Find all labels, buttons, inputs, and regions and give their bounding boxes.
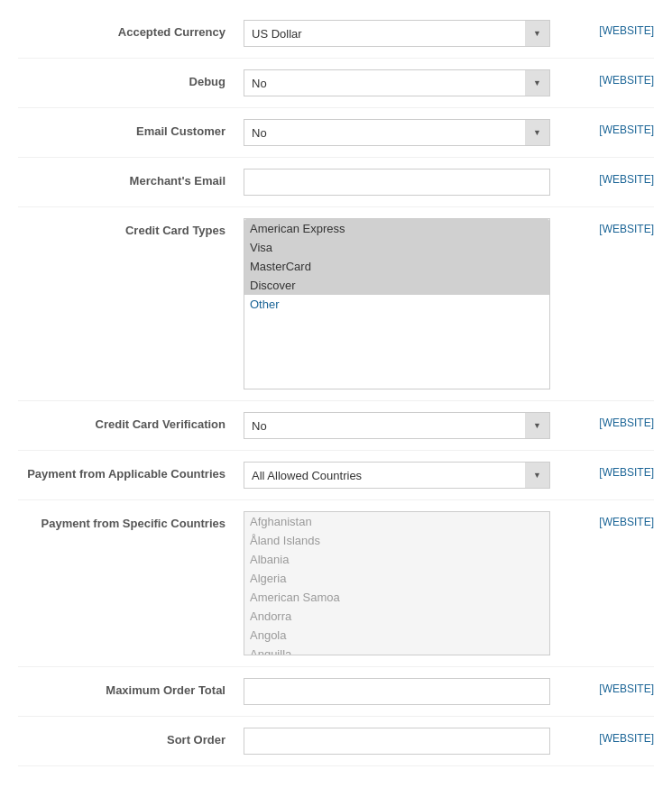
credit-card-types-control-wrap: American Express Visa MasterCard Discove… (244, 218, 654, 389)
merchants-email-control-wrap: [WEBSITE] (244, 169, 654, 196)
payment-applicable-countries-select-wrapper: All Allowed Countries Specific Countries (244, 462, 550, 489)
credit-card-types-website-link[interactable]: [WEBSITE] (599, 218, 654, 235)
payment-specific-countries-website-link[interactable]: [WEBSITE] (599, 511, 654, 528)
maximum-order-total-row: Maximum Order Total [WEBSITE] (18, 667, 654, 717)
debug-control: No Yes (244, 69, 588, 96)
accepted-currency-control: US Dollar Euro British Pound Canadian Do… (244, 20, 588, 47)
credit-card-verification-select[interactable]: No Yes (244, 412, 550, 439)
email-customer-label: Email Customer (18, 119, 244, 138)
payment-specific-countries-select[interactable]: Afghanistan Åland Islands Albania Algeri… (244, 512, 549, 655)
debug-select[interactable]: No Yes (244, 69, 550, 96)
accepted-currency-control-wrap: US Dollar Euro British Pound Canadian Do… (244, 20, 654, 47)
email-customer-control: No Yes (244, 119, 588, 146)
payment-applicable-countries-label: Payment from Applicable Countries (18, 462, 244, 481)
maximum-order-total-control (244, 678, 588, 705)
sort-order-input[interactable] (244, 728, 550, 755)
credit-card-types-label: Credit Card Types (18, 218, 244, 237)
maximum-order-total-input[interactable] (244, 678, 550, 705)
credit-card-types-control: American Express Visa MasterCard Discove… (244, 218, 588, 389)
payment-specific-countries-control: Afghanistan Åland Islands Albania Algeri… (244, 511, 588, 655)
debug-label: Debug (18, 69, 244, 88)
credit-card-verification-select-wrapper: No Yes (244, 412, 550, 439)
email-customer-select-wrapper: No Yes (244, 119, 550, 146)
email-customer-control-wrap: No Yes [WEBSITE] (244, 119, 654, 146)
merchants-email-input[interactable] (244, 169, 550, 196)
sort-order-control (244, 728, 588, 755)
email-customer-website-link[interactable]: [WEBSITE] (599, 119, 654, 136)
credit-card-verification-control: No Yes (244, 412, 588, 439)
payment-applicable-countries-select[interactable]: All Allowed Countries Specific Countries (244, 462, 550, 489)
sort-order-control-wrap: [WEBSITE] (244, 728, 654, 755)
payment-applicable-countries-control-wrap: All Allowed Countries Specific Countries… (244, 462, 654, 489)
credit-card-verification-row: Credit Card Verification No Yes [WEBSITE… (18, 401, 654, 451)
credit-card-verification-label: Credit Card Verification (18, 412, 244, 431)
credit-card-types-row: Credit Card Types American Express Visa … (18, 207, 654, 401)
debug-select-wrapper: No Yes (244, 69, 550, 96)
merchants-email-row: Merchant's Email [WEBSITE] (18, 158, 654, 207)
credit-card-verification-website-link[interactable]: [WEBSITE] (599, 412, 654, 429)
sort-order-label: Sort Order (18, 728, 244, 747)
debug-website-link[interactable]: [WEBSITE] (599, 69, 654, 87)
debug-control-wrap: No Yes [WEBSITE] (244, 69, 654, 96)
settings-form: Accepted Currency US Dollar Euro British… (0, 0, 672, 775)
maximum-order-total-website-link[interactable]: [WEBSITE] (599, 678, 654, 695)
accepted-currency-select[interactable]: US Dollar Euro British Pound Canadian Do… (244, 20, 550, 47)
credit-card-types-multiselect: American Express Visa MasterCard Discove… (244, 218, 550, 389)
payment-specific-countries-list: Afghanistan Åland Islands Albania Algeri… (244, 511, 550, 655)
sort-order-website-link[interactable]: [WEBSITE] (599, 728, 654, 745)
accepted-currency-label: Accepted Currency (18, 20, 244, 39)
debug-row: Debug No Yes [WEBSITE] (18, 59, 654, 108)
merchants-email-website-link[interactable]: [WEBSITE] (599, 169, 654, 186)
accepted-currency-row: Accepted Currency US Dollar Euro British… (18, 9, 654, 59)
payment-specific-countries-control-wrap: Afghanistan Åland Islands Albania Algeri… (244, 511, 654, 655)
payment-specific-countries-label: Payment from Specific Countries (18, 511, 244, 530)
maximum-order-total-control-wrap: [WEBSITE] (244, 678, 654, 705)
payment-specific-countries-row: Payment from Specific Countries Afghanis… (18, 500, 654, 667)
maximum-order-total-label: Maximum Order Total (18, 678, 244, 697)
merchants-email-control (244, 169, 588, 196)
email-customer-select[interactable]: No Yes (244, 119, 550, 146)
sort-order-row: Sort Order [WEBSITE] (18, 717, 654, 766)
credit-card-types-select[interactable]: American Express Visa MasterCard Discove… (244, 219, 549, 389)
payment-applicable-countries-control: All Allowed Countries Specific Countries (244, 462, 588, 489)
payment-applicable-countries-website-link[interactable]: [WEBSITE] (599, 462, 654, 479)
merchants-email-label: Merchant's Email (18, 169, 244, 188)
payment-applicable-countries-row: Payment from Applicable Countries All Al… (18, 451, 654, 500)
email-customer-row: Email Customer No Yes [WEBSITE] (18, 108, 654, 158)
credit-card-verification-control-wrap: No Yes [WEBSITE] (244, 412, 654, 439)
accepted-currency-select-wrapper: US Dollar Euro British Pound Canadian Do… (244, 20, 550, 47)
accepted-currency-website-link[interactable]: [WEBSITE] (599, 20, 654, 37)
